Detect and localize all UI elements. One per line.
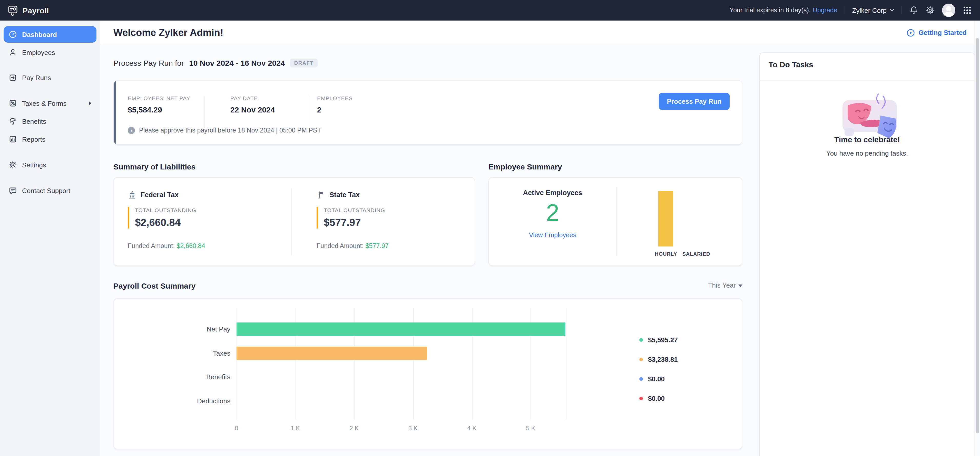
scrollbar-track[interactable]: [974, 21, 980, 456]
sidebar-item-label: Benefits: [22, 117, 46, 125]
employee-type-chart: HOURLY SALARIED: [616, 178, 742, 265]
user-avatar[interactable]: [942, 3, 955, 17]
view-employees-link[interactable]: View Employees: [529, 231, 576, 239]
org-switcher[interactable]: Zylker Corp: [852, 6, 894, 14]
range-selector[interactable]: This Year: [685, 281, 743, 289]
divider: [902, 6, 902, 14]
dashboard-content: Process Pay Run for 10 Nov 2024 - 16 Nov…: [100, 45, 980, 456]
card-accent: [114, 81, 116, 144]
app-logo[interactable]: Payroll: [0, 5, 49, 16]
sidebar-item-dashboard[interactable]: Dashboard: [3, 26, 97, 43]
bar-chart-icon: [9, 135, 17, 143]
dashboard-gauge-icon: [9, 30, 17, 38]
getting-started-link[interactable]: Getting Started: [907, 29, 967, 37]
legend-item: $0.00: [639, 395, 665, 402]
liability-name: State Tax: [329, 191, 360, 199]
sidebar-item-label: Pay Runs: [22, 74, 51, 81]
legend-dot-net-pay: [639, 338, 643, 342]
topbar-right: Your trial expires in 8 day(s).Upgrade Z…: [730, 3, 980, 17]
legend-dot-benefits: [639, 377, 643, 381]
sidebar-item-settings[interactable]: Settings: [3, 156, 97, 173]
sidebar-item-contact-support[interactable]: Contact Support: [3, 182, 97, 199]
payroll-logo-icon: [7, 5, 19, 16]
submenu-arrow-icon: [89, 101, 91, 105]
x-tick: 5 K: [526, 425, 535, 432]
x-tick: 0: [235, 425, 238, 432]
settings-gear-icon[interactable]: [926, 6, 935, 15]
chat-bubble-icon: [9, 187, 17, 195]
payrun-section-title: Process Pay Run for 10 Nov 2024 - 16 Nov…: [113, 59, 318, 67]
sidebar-item-label: Taxes & Forms: [22, 99, 67, 107]
topbar: Payroll Your trial expires in 8 day(s).U…: [0, 0, 980, 21]
upgrade-link[interactable]: Upgrade: [813, 7, 837, 14]
taxes-bar: [237, 346, 427, 360]
calendar-arrow-icon: [9, 73, 17, 82]
welcome-bar: Welcome Zylker Admin! Getting Started: [100, 21, 980, 45]
hourly-bar: [658, 191, 673, 247]
liability-name: Federal Tax: [141, 191, 178, 199]
person-icon: [9, 48, 17, 56]
x-tick: 4 K: [467, 425, 476, 432]
sidebar-item-label: Dashboard: [22, 30, 57, 38]
state-tax-block: State Tax TOTAL OUTSTANDING $577.97 Fund…: [303, 178, 476, 265]
scrollbar-thumb[interactable]: [976, 38, 979, 434]
funded-amount: Funded Amount: $577.97: [317, 242, 389, 250]
chart-plot-area: [237, 308, 566, 419]
payroll-cost-section-title: Payroll Cost Summary: [113, 281, 196, 290]
category-label: Deductions: [128, 397, 231, 405]
chevron-down-icon: [890, 9, 894, 12]
status-badge: DRAFT: [290, 59, 318, 67]
x-tick: 3 K: [409, 425, 418, 432]
liabilities-section-title: Summary of Liabilities: [113, 162, 196, 171]
todo-headline: Time to celebrate!: [760, 135, 974, 144]
divider: [760, 80, 974, 81]
salaried-label: SALARIED: [682, 251, 710, 257]
stat-net-pay: EMPLOYEES' NET PAY $5,584.29: [128, 95, 190, 114]
sidebar-item-label: Contact Support: [22, 187, 70, 195]
todo-title: To Do Tasks: [768, 60, 813, 69]
sidebar-item-reports[interactable]: Reports: [3, 131, 97, 147]
trial-banner: Your trial expires in 8 day(s).Upgrade: [730, 7, 837, 14]
category-label: Benefits: [128, 373, 231, 381]
federal-tax-block: Federal Tax TOTAL OUTSTANDING $2,660.84 …: [114, 178, 291, 265]
process-pay-run-button[interactable]: Process Pay Run: [659, 93, 730, 110]
app-grid-icon[interactable]: [963, 6, 972, 15]
umbrella-icon: [9, 117, 17, 125]
play-circle-icon: [907, 29, 915, 37]
todo-subtext: You have no pending tasks.: [760, 150, 974, 157]
stat-pay-date: PAY DATE 22 Nov 2024: [231, 95, 275, 114]
outstanding-value: $577.97: [324, 217, 385, 228]
divider: [309, 96, 309, 128]
stat-employees: EMPLOYEES 2: [317, 95, 353, 114]
sidebar: Dashboard Employees Pay Runs Taxes & For…: [0, 21, 100, 456]
flag-icon: [317, 191, 325, 199]
legend-dot-taxes: [639, 358, 643, 361]
sidebar-item-label: Reports: [22, 135, 45, 143]
sidebar-item-pay-runs[interactable]: Pay Runs: [3, 69, 97, 86]
caret-down-icon: [738, 284, 743, 287]
employee-summary-card: Active Employees 2 View Employees HOURLY…: [488, 177, 743, 266]
employee-summary-section-title: Employee Summary: [488, 162, 562, 171]
liabilities-card: Federal Tax TOTAL OUTSTANDING $2,660.84 …: [113, 177, 475, 266]
sidebar-item-taxes-forms[interactable]: Taxes & Forms: [3, 95, 97, 112]
funded-amount: Funded Amount: $2,660.84: [128, 242, 205, 250]
legend-item: $3,238.81: [639, 356, 678, 363]
net-pay-bar: [237, 322, 566, 336]
main-area: Welcome Zylker Admin! Getting Started Pr…: [100, 21, 980, 456]
page-title: Welcome Zylker Admin!: [113, 27, 223, 38]
active-employees-label: Active Employees: [489, 189, 616, 197]
percent-document-icon: [9, 99, 17, 107]
legend-dot-deductions: [639, 397, 643, 400]
avatar-silhouette: [946, 6, 951, 11]
sidebar-item-employees[interactable]: Employees: [3, 44, 97, 61]
sidebar-item-benefits[interactable]: Benefits: [3, 113, 97, 129]
payrun-period: 10 Nov 2024 - 16 Nov 2024: [189, 59, 285, 67]
divider: [291, 188, 292, 255]
government-building-icon: [128, 191, 137, 199]
category-label: Net Pay: [128, 325, 231, 333]
divider: [204, 96, 205, 128]
org-name: Zylker Corp: [852, 6, 887, 14]
notifications-bell-icon[interactable]: [909, 6, 918, 15]
sidebar-item-label: Employees: [22, 48, 55, 56]
outstanding-label: TOTAL OUTSTANDING: [135, 207, 196, 213]
